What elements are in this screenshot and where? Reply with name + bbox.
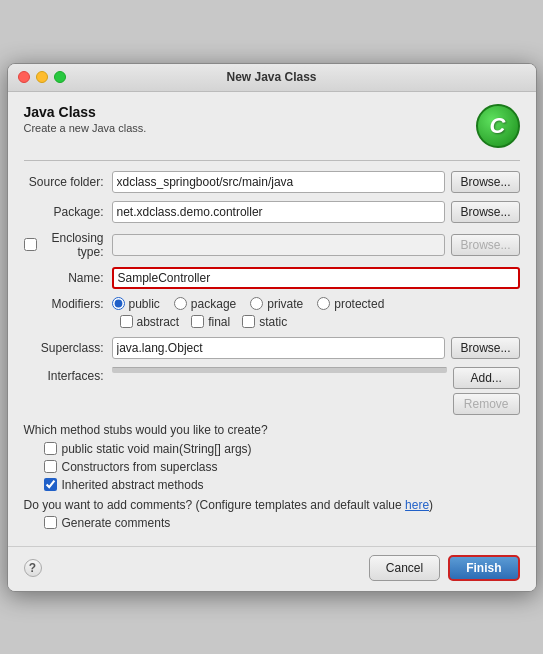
- superclass-row: Superclass: Browse...: [24, 337, 520, 359]
- package-label: Package:: [24, 205, 112, 219]
- generate-comments-option[interactable]: Generate comments: [44, 516, 520, 530]
- modifiers-row: Modifiers: public package private protec…: [24, 297, 520, 311]
- generate-comments-label: Generate comments: [62, 516, 171, 530]
- stubs-question: Which method stubs would you like to cre…: [24, 423, 520, 437]
- interfaces-scrollbar[interactable]: [112, 368, 447, 373]
- generate-comments-checkbox[interactable]: [44, 516, 57, 529]
- logo-letter: C: [490, 113, 506, 139]
- dialog-content: Java Class Create a new Java class. C So…: [8, 92, 536, 546]
- name-row: Name:: [24, 267, 520, 289]
- abstract-checkbox[interactable]: [120, 315, 133, 328]
- source-folder-row: Source folder: Browse...: [24, 171, 520, 193]
- modifier-public-radio[interactable]: [112, 297, 125, 310]
- comments-question: Do you want to add comments? (Configure …: [24, 498, 520, 512]
- final-label: final: [208, 315, 230, 329]
- stub-constructor-checkbox[interactable]: [44, 460, 57, 473]
- dialog-footer: ? Cancel Finish: [8, 546, 536, 591]
- name-label: Name:: [24, 271, 112, 285]
- static-option[interactable]: static: [242, 315, 287, 329]
- stub-main-checkbox[interactable]: [44, 442, 57, 455]
- modifiers-label: Modifiers:: [24, 297, 112, 311]
- close-button[interactable]: [18, 71, 30, 83]
- add-interface-button[interactable]: Add...: [453, 367, 520, 389]
- modifiers-radio-group: public package private protected: [112, 297, 385, 311]
- abstract-option[interactable]: abstract: [120, 315, 180, 329]
- cancel-button[interactable]: Cancel: [369, 555, 440, 581]
- titlebar: New Java Class: [8, 64, 536, 92]
- stub-inherited-checkbox[interactable]: [44, 478, 57, 491]
- enclosing-type-browse-button[interactable]: Browse...: [451, 234, 519, 256]
- modifier-private-radio[interactable]: [250, 297, 263, 310]
- stub-inherited-label: Inherited abstract methods: [62, 478, 204, 492]
- footer-left: ?: [24, 559, 42, 577]
- name-input[interactable]: [112, 267, 520, 289]
- maximize-button[interactable]: [54, 71, 66, 83]
- package-row: Package: Browse...: [24, 201, 520, 223]
- enclosing-type-label: Enclosing type:: [41, 231, 104, 259]
- modifiers-checkbox-group: abstract final static: [120, 315, 520, 329]
- package-browse-button[interactable]: Browse...: [451, 201, 519, 223]
- interfaces-label: Interfaces:: [24, 369, 112, 383]
- dialog-window: New Java Class Java Class Create a new J…: [7, 63, 537, 592]
- header-text: Java Class Create a new Java class.: [24, 104, 147, 134]
- stub-constructor-option[interactable]: Constructors from superclass: [44, 460, 520, 474]
- comments-section: Do you want to add comments? (Configure …: [24, 498, 520, 530]
- modifier-package-label: package: [191, 297, 236, 311]
- window-title: New Java Class: [226, 70, 316, 84]
- package-input[interactable]: [112, 201, 446, 223]
- titlebar-buttons: [18, 71, 66, 83]
- divider: [24, 160, 520, 161]
- comments-here-link[interactable]: here: [405, 498, 429, 512]
- remove-interface-button[interactable]: Remove: [453, 393, 520, 415]
- comments-question-suffix: ): [429, 498, 433, 512]
- abstract-label: abstract: [137, 315, 180, 329]
- dialog-title: Java Class: [24, 104, 147, 120]
- modifier-protected-radio[interactable]: [317, 297, 330, 310]
- superclass-input[interactable]: [112, 337, 446, 359]
- source-folder-browse-button[interactable]: Browse...: [451, 171, 519, 193]
- finish-button[interactable]: Finish: [448, 555, 519, 581]
- static-label: static: [259, 315, 287, 329]
- stub-main-label: public static void main(String[] args): [62, 442, 252, 456]
- source-folder-label: Source folder:: [24, 175, 112, 189]
- modifier-public-label: public: [129, 297, 160, 311]
- superclass-browse-button[interactable]: Browse...: [451, 337, 519, 359]
- final-checkbox[interactable]: [191, 315, 204, 328]
- enclosing-type-checkbox[interactable]: [24, 238, 37, 251]
- interfaces-action-buttons: Add... Remove: [453, 367, 520, 415]
- minimize-button[interactable]: [36, 71, 48, 83]
- footer-right: Cancel Finish: [369, 555, 520, 581]
- enclosing-type-row: Enclosing type: Browse...: [24, 231, 520, 259]
- enclosing-type-input[interactable]: [112, 234, 446, 256]
- source-folder-input[interactable]: [112, 171, 446, 193]
- modifier-protected-option[interactable]: protected: [317, 297, 384, 311]
- help-button[interactable]: ?: [24, 559, 42, 577]
- superclass-label: Superclass:: [24, 341, 112, 355]
- dialog-subtitle: Create a new Java class.: [24, 122, 147, 134]
- modifier-package-radio[interactable]: [174, 297, 187, 310]
- modifier-package-option[interactable]: package: [174, 297, 236, 311]
- logo-icon: C: [476, 104, 520, 148]
- stubs-list: public static void main(String[] args) C…: [44, 442, 520, 492]
- stub-main-option[interactable]: public static void main(String[] args): [44, 442, 520, 456]
- modifier-private-option[interactable]: private: [250, 297, 303, 311]
- stub-inherited-option[interactable]: Inherited abstract methods: [44, 478, 520, 492]
- stub-constructor-label: Constructors from superclass: [62, 460, 218, 474]
- modifier-private-label: private: [267, 297, 303, 311]
- modifier-protected-label: protected: [334, 297, 384, 311]
- static-checkbox[interactable]: [242, 315, 255, 328]
- modifier-public-option[interactable]: public: [112, 297, 160, 311]
- comments-question-prefix: Do you want to add comments? (Configure …: [24, 498, 406, 512]
- interfaces-row: Interfaces: Add... Remove: [24, 367, 520, 415]
- final-option[interactable]: final: [191, 315, 230, 329]
- header-row: Java Class Create a new Java class. C: [24, 104, 520, 148]
